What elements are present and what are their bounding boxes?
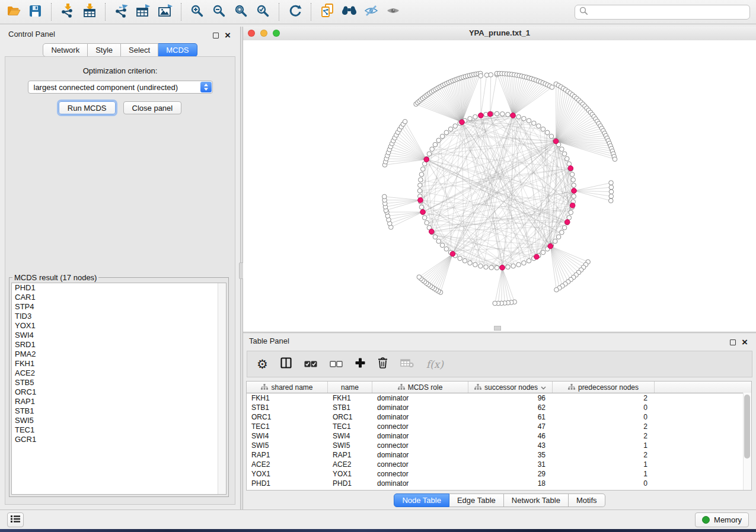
network-node[interactable] bbox=[422, 216, 427, 220]
network-node[interactable] bbox=[433, 142, 438, 147]
network-node[interactable] bbox=[473, 114, 478, 119]
memory-button[interactable]: Memory bbox=[695, 512, 749, 527]
zoom-out-button[interactable] bbox=[208, 2, 230, 21]
network-node[interactable] bbox=[567, 216, 572, 220]
network-node[interactable] bbox=[511, 264, 516, 268]
dominator-node[interactable] bbox=[424, 157, 429, 162]
table-mode-button[interactable]: ⚙ bbox=[257, 358, 268, 370]
table-scrollbar-thumb[interactable] bbox=[744, 395, 750, 459]
tab-mcds[interactable]: MCDS bbox=[158, 43, 197, 57]
run-mcds-button[interactable]: Run MCDS bbox=[59, 101, 116, 114]
column-header-predecessor-nodes[interactable]: predecessor nodes bbox=[553, 382, 655, 393]
network-node[interactable] bbox=[440, 134, 445, 139]
network-node[interactable] bbox=[554, 287, 559, 292]
mcds-result-item[interactable]: YOX1 bbox=[12, 321, 226, 331]
network-node[interactable] bbox=[419, 172, 424, 177]
network-node[interactable] bbox=[427, 152, 432, 156]
network-node[interactable] bbox=[418, 183, 423, 188]
network-node[interactable] bbox=[560, 230, 564, 235]
tab-select[interactable]: Select bbox=[121, 43, 158, 57]
network-node[interactable] bbox=[609, 181, 614, 185]
dominator-node[interactable] bbox=[572, 188, 577, 194]
network-node[interactable] bbox=[560, 147, 564, 152]
network-node[interactable] bbox=[453, 124, 458, 129]
mcds-result-item[interactable]: SWI4 bbox=[12, 331, 226, 340]
zoom-in-button[interactable] bbox=[186, 2, 208, 21]
function-builder-button[interactable]: f(x) bbox=[426, 358, 444, 370]
column-header-successor-nodes[interactable]: successor nodes bbox=[468, 382, 553, 393]
network-node[interactable] bbox=[562, 226, 567, 230]
create-column-button[interactable] bbox=[355, 358, 365, 370]
network-node[interactable] bbox=[420, 167, 425, 172]
network-node[interactable] bbox=[541, 127, 546, 132]
network-node[interactable] bbox=[536, 124, 541, 129]
hide-selected-button[interactable] bbox=[360, 2, 382, 21]
table-row[interactable]: TEC1 TEC1 connector 47 2 bbox=[247, 422, 751, 431]
tab-edge-table[interactable]: Edge Table bbox=[449, 493, 504, 507]
save-session-button[interactable] bbox=[24, 2, 46, 21]
network-node[interactable] bbox=[495, 265, 499, 270]
dominator-node[interactable] bbox=[450, 251, 455, 257]
zoom-selected-button[interactable] bbox=[252, 2, 274, 21]
network-node[interactable] bbox=[468, 116, 473, 121]
close-panel-button[interactable]: × bbox=[225, 30, 231, 41]
network-node[interactable] bbox=[473, 262, 478, 267]
network-node[interactable] bbox=[527, 118, 531, 123]
network-node[interactable] bbox=[522, 116, 527, 121]
network-node[interactable] bbox=[422, 162, 427, 166]
network-node[interactable] bbox=[569, 210, 573, 215]
mcds-list-scrollbar[interactable] bbox=[218, 283, 226, 494]
network-node[interactable] bbox=[549, 134, 554, 139]
network-node[interactable] bbox=[403, 119, 407, 124]
table-row[interactable]: FKH1 FKH1 dominator 96 2 bbox=[247, 393, 751, 403]
dominator-node[interactable] bbox=[534, 254, 540, 259]
network-node[interactable] bbox=[527, 258, 531, 263]
mcds-result-item[interactable]: TID3 bbox=[12, 312, 226, 321]
deselect-all-button[interactable] bbox=[330, 359, 343, 370]
zoom-fit-button[interactable] bbox=[230, 2, 252, 21]
table-row[interactable]: PHD1 PHD1 dominator 18 0 bbox=[247, 479, 751, 488]
close-panel-button2[interactable]: Close panel bbox=[123, 101, 182, 114]
network-node[interactable] bbox=[462, 258, 467, 263]
export-image-button[interactable] bbox=[154, 2, 176, 21]
network-node[interactable] bbox=[489, 265, 494, 270]
clone-network-button[interactable] bbox=[316, 2, 338, 21]
table-row[interactable]: ACE2 ACE2 connector 31 1 bbox=[247, 460, 751, 469]
network-node[interactable] bbox=[522, 261, 527, 265]
criterion-select[interactable]: largest connected component (undirected) bbox=[28, 81, 213, 94]
mcds-result-item[interactable]: ACE2 bbox=[12, 368, 226, 378]
network-node[interactable] bbox=[495, 111, 499, 116]
refresh-view-button[interactable] bbox=[284, 2, 306, 21]
float-panel-button[interactable] bbox=[213, 33, 219, 39]
dominator-node[interactable] bbox=[420, 210, 426, 215]
select-all-button[interactable] bbox=[304, 359, 317, 370]
dominator-node[interactable] bbox=[487, 111, 493, 117]
dominator-node[interactable] bbox=[548, 243, 553, 249]
network-node[interactable] bbox=[440, 243, 445, 248]
table-row[interactable]: SWI5 SWI5 connector 43 1 bbox=[247, 441, 751, 450]
table-row[interactable]: SWI4 SWI4 dominator 46 2 bbox=[247, 431, 751, 441]
open-session-button[interactable] bbox=[2, 2, 24, 21]
mcds-result-item[interactable]: FKH1 bbox=[12, 359, 226, 368]
tab-network-table[interactable]: Network Table bbox=[504, 493, 569, 507]
network-node[interactable] bbox=[430, 147, 435, 152]
close-window-button[interactable] bbox=[248, 30, 255, 37]
delete-columns-button[interactable] bbox=[378, 357, 388, 371]
network-node[interactable] bbox=[609, 190, 614, 194]
mcds-result-item[interactable]: PMA2 bbox=[12, 350, 226, 359]
mcds-result-item[interactable]: SWI5 bbox=[12, 416, 226, 425]
mcds-result-item[interactable]: ORC1 bbox=[12, 387, 226, 397]
network-node[interactable] bbox=[382, 194, 387, 199]
mcds-result-item[interactable]: PHD1 bbox=[12, 283, 226, 293]
show-all-button[interactable] bbox=[382, 2, 404, 21]
network-node[interactable] bbox=[516, 114, 521, 119]
network-node[interactable] bbox=[436, 138, 441, 143]
close-table-panel-button[interactable]: × bbox=[742, 337, 748, 348]
network-node[interactable] bbox=[489, 72, 493, 77]
tab-network[interactable]: Network bbox=[43, 43, 88, 57]
dominator-node[interactable] bbox=[553, 139, 559, 144]
network-window-titlebar[interactable]: YPA_prune.txt_1 bbox=[243, 27, 756, 41]
canvas-splitter-handle[interactable] bbox=[494, 326, 501, 331]
network-node[interactable] bbox=[556, 235, 561, 239]
zoom-window-button[interactable] bbox=[273, 30, 280, 37]
